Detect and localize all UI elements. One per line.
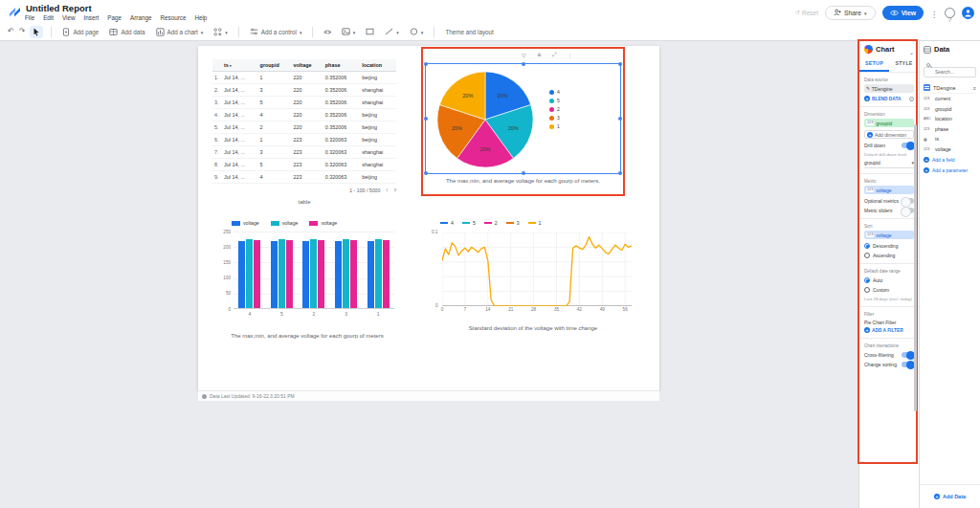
resize-handle[interactable] (618, 117, 622, 121)
menu-page[interactable]: Page (107, 14, 122, 21)
bar[interactable] (343, 239, 349, 308)
add-filter-button[interactable]: ADD A FILTER (864, 327, 914, 333)
dimension-chip[interactable]: 123 groupid (864, 119, 914, 127)
reset-button[interactable]: ↺ Reset (795, 9, 818, 16)
resize-handle[interactable] (424, 117, 428, 121)
optional-metrics-toggle[interactable] (902, 198, 914, 204)
view-button[interactable]: View (882, 6, 924, 20)
next-page-icon[interactable] (394, 187, 396, 193)
menu-view[interactable]: View (62, 14, 76, 21)
legend-item[interactable]: 5 (462, 220, 476, 226)
rectangle-tool[interactable] (363, 26, 377, 37)
field-phase[interactable]: 123phase (924, 124, 976, 135)
add-parameter-button[interactable]: Add a parameter (924, 165, 976, 175)
metric-chip[interactable]: 123 voltage (864, 186, 914, 194)
bar-group-4[interactable] (234, 231, 266, 308)
field-location[interactable]: ABClocation (924, 114, 976, 124)
filter-icon[interactable]: ▽ (522, 52, 526, 58)
line-chart[interactable]: 45231 0.1 0 0714212835424956 Standard de… (431, 220, 635, 331)
add-data-button[interactable]: Add data (106, 26, 147, 38)
bar[interactable] (302, 241, 309, 308)
avatar[interactable] (962, 7, 974, 19)
bar[interactable] (335, 241, 342, 308)
share-dropdown-caret[interactable] (864, 10, 867, 16)
legend-item[interactable]: 1 (528, 220, 542, 226)
report-title[interactable]: Untitled Report (26, 3, 92, 13)
resize-handle[interactable] (424, 171, 428, 175)
resize-handle[interactable] (424, 62, 428, 66)
date-auto-option[interactable]: Auto (864, 277, 914, 283)
panel-scrollbar[interactable] (914, 124, 917, 411)
resize-handle[interactable] (522, 171, 525, 175)
add-chart-button[interactable]: Add a chart (153, 26, 207, 38)
bar[interactable] (278, 239, 285, 308)
redo-icon[interactable]: ↷ (19, 28, 26, 35)
embed-button[interactable]: <> (321, 27, 333, 37)
menu-insert[interactable]: Insert (84, 14, 100, 21)
legend-item[interactable]: 1 (549, 123, 560, 129)
pie-chart[interactable]: 20%20%20%20%20% 45231 (425, 63, 621, 174)
shape-tool[interactable] (407, 26, 427, 37)
chart-more-icon[interactable]: ⋮ (567, 52, 572, 58)
sort-field-chip[interactable]: 123 voltage (864, 231, 914, 239)
legend-item[interactable]: 2 (549, 106, 560, 112)
legend-item[interactable]: 3 (549, 115, 560, 121)
bar-group-1[interactable] (362, 231, 394, 308)
tab-style[interactable]: STYLE (889, 57, 919, 72)
legend-item[interactable]: voltage (232, 220, 259, 226)
menu-edit[interactable]: Edit (43, 14, 54, 21)
add-data-button-bottom[interactable]: Add Data (934, 491, 966, 501)
menu-file[interactable]: File (25, 14, 34, 21)
bar[interactable] (254, 240, 260, 308)
bar[interactable] (246, 239, 253, 308)
column-header-voltage[interactable]: voltage (292, 59, 323, 72)
resize-handle[interactable] (522, 62, 525, 66)
column-header-location[interactable]: location (360, 59, 396, 72)
field-groupid[interactable]: 123groupid (924, 104, 976, 115)
bar-group-5[interactable] (266, 231, 299, 308)
cross-filtering-toggle[interactable] (902, 352, 914, 358)
field-voltage[interactable]: 123voltage (924, 144, 976, 155)
legend-item[interactable]: 5 (549, 98, 560, 103)
bar[interactable] (286, 240, 293, 308)
menu-resource[interactable]: Resource (160, 14, 186, 21)
bar[interactable] (318, 240, 324, 308)
sort-icon[interactable]: ≚ (537, 52, 542, 58)
column-header-groupid[interactable]: groupid (258, 59, 292, 72)
tab-setup[interactable]: SETUP (859, 57, 889, 72)
legend-item[interactable]: 2 (484, 220, 498, 226)
search-input[interactable] (924, 67, 976, 77)
bar[interactable] (383, 240, 390, 308)
date-custom-option[interactable]: Custom (864, 287, 914, 293)
metric-sliders-toggle[interactable] (902, 208, 914, 213)
legend-item[interactable]: voltage (309, 220, 337, 226)
legend-item[interactable]: voltage (271, 220, 299, 226)
previous-page-icon[interactable] (386, 187, 388, 193)
field-current[interactable]: 123current (924, 94, 976, 104)
share-button[interactable]: Share (825, 6, 876, 20)
theme-layout-button[interactable]: Theme and layout (442, 27, 496, 37)
collapse-icon[interactable] (973, 85, 976, 91)
help-icon[interactable] (945, 8, 955, 18)
data-source-row[interactable]: TDengine (924, 82, 976, 94)
bar[interactable] (238, 241, 245, 308)
drill-down-toggle[interactable] (902, 143, 914, 148)
add-page-button[interactable]: Add page (59, 26, 101, 38)
bar-chart[interactable]: voltagevoltagevoltage 050100150200250 45… (218, 220, 396, 339)
undo-icon[interactable]: ↶ (8, 28, 14, 35)
fullscreen-icon[interactable]: ⤢ (552, 52, 557, 58)
select-tool[interactable] (30, 26, 43, 38)
change-sorting-toggle[interactable] (902, 362, 914, 367)
chevron-down-icon[interactable] (909, 41, 914, 58)
sort-descending-option[interactable]: Descending (864, 243, 914, 249)
legend-item[interactable]: 4 (549, 89, 560, 95)
legend-item[interactable]: 3 (506, 220, 520, 226)
bar[interactable] (271, 241, 278, 308)
bar-group-3[interactable] (330, 231, 363, 308)
bar[interactable] (375, 239, 382, 308)
resize-handle[interactable] (618, 171, 622, 175)
blend-data-button[interactable]: BLEND DATA (864, 96, 914, 101)
menu-help[interactable]: Help (194, 14, 207, 21)
field-ts[interactable]: ▦ts (924, 134, 976, 144)
bar[interactable] (350, 240, 357, 308)
